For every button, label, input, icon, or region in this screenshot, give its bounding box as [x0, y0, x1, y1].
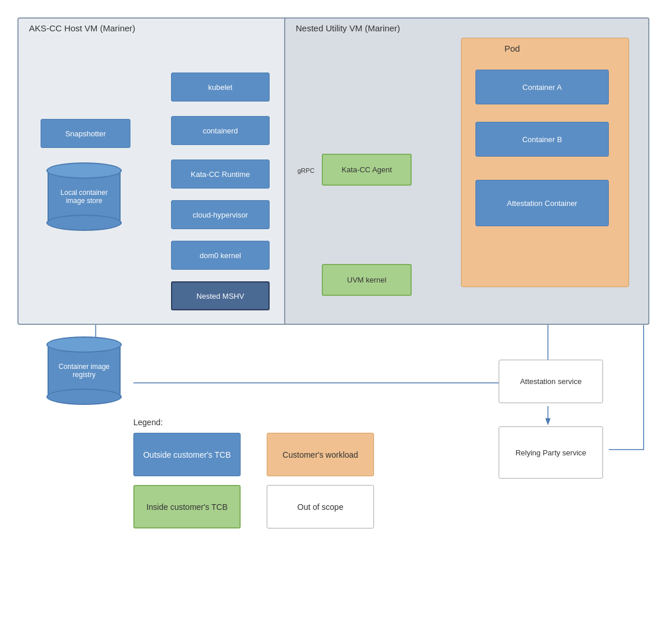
registry-cyl-top — [46, 336, 122, 353]
legend-grid: Outside customer's TCB Customer's worklo… — [133, 433, 383, 528]
nested-vm-label: Nested Utility VM (Mariner) — [296, 23, 400, 33]
cyl-top — [46, 162, 122, 179]
local-container-store: Local container image store — [46, 162, 122, 231]
cloud-hypervisor-box: cloud-hypervisor — [171, 200, 270, 229]
container-a-box: Container A — [475, 70, 609, 104]
container-image-registry: Container image registry — [46, 336, 122, 405]
legend-area: Legend: Outside customer's TCB Customer'… — [133, 418, 383, 528]
kata-cc-runtime-box: Kata-CC Runtime — [171, 160, 270, 189]
kubelet-box: kubelet — [171, 73, 270, 102]
relying-party-service-box: Relying Party service — [499, 426, 603, 479]
grpc-label: gRPC — [297, 167, 314, 174]
legend-customer-workload: Customer's workload — [267, 433, 374, 476]
cyl-bottom — [46, 215, 122, 231]
diagram-container: AKS-CC Host VM (Mariner) Nested Utility … — [0, 0, 672, 630]
attestation-service-box: Attestation service — [499, 360, 603, 403]
containerd-box: containerd — [171, 116, 270, 145]
kata-cc-agent-box: Kata-CC Agent — [322, 154, 412, 186]
legend-title: Legend: — [133, 418, 383, 427]
container-b-box: Container B — [475, 122, 609, 157]
nested-mshv-box: Nested MSHV — [171, 281, 270, 310]
dom0-kernel-box: dom0 kernel — [171, 241, 270, 270]
legend-outside-tcb: Outside customer's TCB — [133, 433, 241, 476]
snapshotter-box: Snapshotter — [41, 119, 130, 148]
pod-label: Pod — [504, 44, 520, 53]
uvm-kernel-box: UVM kernel — [322, 264, 412, 296]
legend-inside-tcb: Inside customer's TCB — [133, 485, 241, 528]
registry-cyl-bottom — [46, 389, 122, 405]
legend-out-of-scope: Out of scope — [267, 485, 374, 528]
attestation-container-box: Attestation Container — [475, 180, 609, 226]
aks-host-label: AKS-CC Host VM (Mariner) — [29, 23, 135, 33]
